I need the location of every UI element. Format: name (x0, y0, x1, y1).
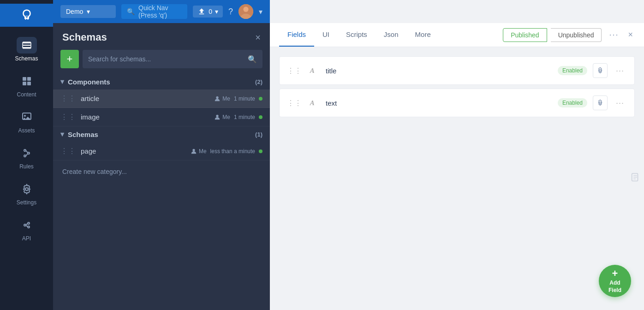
create-category-label: Create new category... (62, 168, 127, 175)
demo-label: Demo (66, 8, 83, 15)
article-meta: Me 1 minute (214, 95, 262, 102)
settings-icon (21, 184, 32, 195)
assets-icon (21, 112, 32, 123)
rules-icon-wrap (17, 145, 37, 161)
user-icon-2 (214, 114, 221, 120)
schemas-label: Schemas (68, 131, 98, 138)
tab-more-dots-button[interactable]: ··· (605, 28, 622, 42)
demo-selector[interactable]: Demo ▾ (60, 5, 116, 18)
text-type-icon: A (309, 66, 318, 75)
svg-point-19 (243, 7, 248, 12)
svg-point-29 (599, 70, 601, 72)
logo-icon (20, 8, 34, 22)
components-collapse-icon[interactable]: ▾ (60, 78, 64, 86)
settings-nav-label: Settings (17, 199, 36, 206)
components-category-left: ▾ Components (60, 78, 110, 86)
upload-count: 0 (209, 8, 212, 15)
tab-json[interactable]: Json (376, 23, 407, 47)
svg-line-11 (26, 154, 28, 156)
text-more-button[interactable]: ··· (613, 96, 627, 110)
tab-fields[interactable]: Fields (279, 23, 314, 47)
article-status-dot (259, 97, 262, 101)
components-label: Components (68, 78, 110, 86)
svg-point-12 (25, 188, 28, 191)
upload-chevron: ▾ (215, 8, 218, 15)
user-avatar[interactable] (239, 4, 253, 19)
topbar-right: 0 ▾ ? ▾ (193, 4, 262, 19)
text-drag-handle: ⋮⋮ (287, 99, 302, 107)
user-icon (214, 95, 221, 102)
components-category-header: ▾ Components (2) (53, 74, 270, 89)
tab-scripts[interactable]: Scripts (338, 23, 376, 47)
svg-point-8 (28, 152, 30, 154)
sidebar: Demo ▾ 🔍 Quick Nav (Press 'q') 0 ▾ ? ▾ (53, 0, 270, 310)
upload-icon (197, 7, 206, 16)
article-name: article (81, 95, 209, 102)
sidebar-item-api[interactable]: API (0, 211, 53, 247)
gear-icon (596, 67, 604, 74)
page-meta: Me less than a minute (191, 148, 262, 155)
add-field-label: Add (609, 280, 620, 286)
assets-nav-label: Assets (18, 127, 35, 134)
svg-point-14 (28, 222, 30, 224)
page-name: page (81, 147, 186, 155)
page-schema-item[interactable]: ⋮⋮ page Me less than a minute (53, 142, 270, 161)
svg-text:A: A (310, 67, 315, 74)
sidebar-close-button[interactable]: × (255, 33, 261, 42)
schemas-category-left: ▾ Schemas (60, 130, 98, 138)
schema-search-wrap: 🔍 (83, 50, 262, 68)
quick-nav-search[interactable]: 🔍 Quick Nav (Press 'q') (121, 4, 187, 19)
user-icon-3 (191, 148, 197, 155)
field-row-text: ⋮⋮ A text Enabled ··· (279, 89, 635, 117)
svg-point-6 (24, 115, 26, 117)
content-icon-wrap (17, 73, 37, 89)
user-chevron[interactable]: ▾ (259, 7, 262, 16)
unpublished-button[interactable]: Unpublished (551, 28, 602, 42)
title-gear-button[interactable] (593, 63, 608, 78)
create-category-button[interactable]: Create new category... (53, 161, 270, 183)
demo-chevron: ▾ (87, 8, 90, 15)
title-type-icon: A (307, 64, 320, 77)
sidebar-item-content[interactable]: Content (0, 67, 53, 103)
search-magnifier-icon: 🔍 (248, 55, 257, 64)
search-placeholder-text: Quick Nav (Press 'q') (138, 4, 182, 19)
published-button[interactable]: Published (503, 28, 547, 42)
add-field-fab[interactable]: + Add Field (599, 265, 631, 297)
schemas-count: (1) (255, 131, 262, 138)
sidebar-item-settings[interactable]: Settings (0, 175, 53, 211)
tab-close-button[interactable]: × (626, 28, 635, 42)
tab-more[interactable]: More (407, 23, 439, 47)
article-drag-handle: ⋮⋮ (60, 94, 76, 103)
text-gear-button[interactable] (593, 95, 608, 110)
title-more-button[interactable]: ··· (613, 64, 627, 78)
article-schema-item[interactable]: ⋮⋮ article Me 1 minute (53, 89, 270, 108)
svg-line-16 (26, 224, 28, 225)
sidebar-item-rules[interactable]: Rules (0, 139, 53, 175)
image-schema-item[interactable]: ⋮⋮ image Me 1 minute (53, 108, 270, 126)
components-count: (2) (255, 78, 262, 85)
svg-point-13 (24, 224, 26, 226)
page-status-dot (259, 149, 262, 153)
svg-line-17 (26, 226, 28, 227)
image-status-dot (259, 115, 262, 119)
sidebar-header: Schemas × (53, 23, 270, 50)
page-time: less than a minute (210, 148, 255, 155)
note-icon (630, 173, 640, 183)
page-drag-handle: ⋮⋮ (60, 147, 76, 155)
image-drag-handle: ⋮⋮ (60, 113, 76, 121)
add-schema-button[interactable]: + (60, 50, 79, 68)
content-icon (21, 76, 32, 87)
help-button[interactable]: ? (228, 7, 233, 17)
main-content: Fields UI Scripts Json More Published Un… (270, 23, 644, 310)
tab-ui[interactable]: UI (314, 23, 338, 47)
schemas-collapse-icon[interactable]: ▾ (60, 130, 64, 138)
svg-rect-1 (23, 77, 26, 81)
schema-search-input[interactable] (88, 55, 244, 63)
schemas-nav-label: Schemas (15, 55, 38, 62)
sidebar-item-assets[interactable]: Assets (0, 103, 53, 139)
svg-point-7 (24, 149, 26, 151)
sidebar-item-schemas[interactable]: Schemas (0, 31, 53, 67)
svg-line-10 (26, 150, 28, 153)
upload-button[interactable]: 0 ▾ (193, 6, 223, 18)
svg-point-9 (24, 155, 26, 157)
